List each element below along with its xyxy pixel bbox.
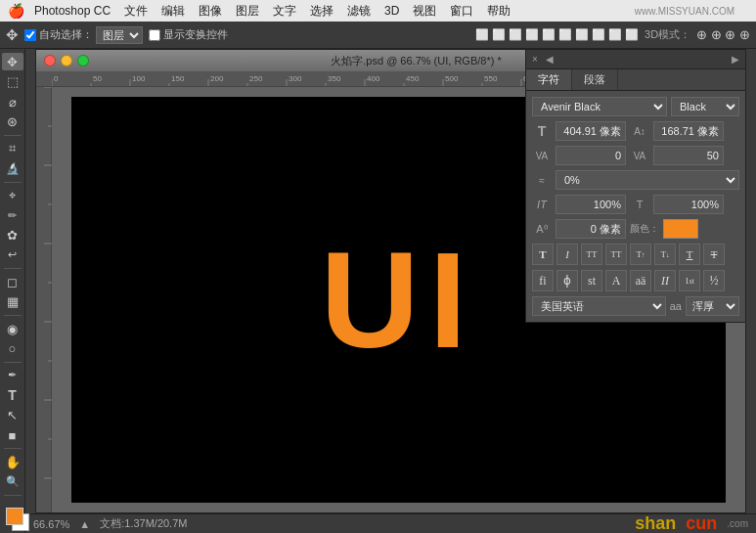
liga-phi[interactable]: ϕ — [556, 270, 578, 291]
v-scale-input[interactable] — [653, 195, 724, 214]
tool-type[interactable]: T — [2, 386, 23, 404]
menu-window[interactable]: 窗口 — [450, 3, 473, 20]
style-sub[interactable]: T↓ — [654, 244, 676, 265]
char-panel-header: × ◀ ▶ — [526, 50, 745, 69]
move-tool-icon[interactable]: ✥ — [6, 26, 19, 44]
tool-spot-heal[interactable]: ⌖ — [2, 186, 23, 203]
liga-fi[interactable]: fi — [532, 270, 554, 291]
auto-select-dropdown[interactable]: 图层 — [96, 26, 143, 44]
menu-layer[interactable]: 图层 — [236, 3, 259, 20]
show-transform-checkbox[interactable] — [149, 29, 160, 41]
smoothing-select[interactable]: 浑厚 — [686, 296, 739, 316]
mode-3d-label: 3D模式： — [645, 27, 690, 42]
tool-crop[interactable]: ⌗ — [2, 140, 23, 157]
leading-input[interactable] — [653, 121, 724, 141]
h-scale-input[interactable] — [556, 195, 626, 214]
minimize-button[interactable] — [61, 55, 72, 67]
language-row: 美国英语 aa 浑厚 — [532, 296, 739, 316]
tool-eyedropper[interactable]: 🔬 — [2, 159, 23, 177]
doc-size: 文档:1.37M/20.7M — [100, 516, 187, 531]
tool-zoom[interactable]: 🔍 — [2, 473, 23, 491]
liga-aa[interactable]: aä — [630, 270, 651, 291]
style-bold[interactable]: T — [532, 244, 554, 265]
svg-text:0: 0 — [36, 110, 37, 113]
font-family-select[interactable]: Avenir Black — [532, 97, 667, 116]
tool-hand[interactable]: ✋ — [2, 453, 23, 470]
menu-filter[interactable]: 滤镜 — [347, 3, 371, 20]
tool-shape[interactable]: ■ — [2, 426, 23, 444]
zoom-icon[interactable]: ▲ — [79, 518, 90, 530]
size-icon: T — [532, 123, 552, 139]
font-size-input[interactable] — [556, 121, 626, 141]
style-allcaps[interactable]: TT — [581, 244, 602, 265]
baseline-input[interactable] — [556, 219, 626, 239]
svg-text:50: 50 — [93, 74, 102, 83]
liga-a[interactable]: A — [605, 270, 627, 291]
panel-arrow-left[interactable]: ◀ — [546, 54, 554, 65]
color-swatch[interactable] — [663, 219, 698, 239]
language-select[interactable]: 美国英语 — [532, 296, 666, 316]
tool-move[interactable]: ✥ — [2, 53, 23, 70]
tool-pen[interactable]: ✒ — [2, 367, 23, 384]
menu-edit[interactable]: 编辑 — [161, 3, 185, 20]
tab-character[interactable]: 字符 — [526, 69, 572, 90]
menu-image[interactable]: 图像 — [199, 3, 222, 20]
show-transform-label: 显示变换控件 — [163, 27, 228, 42]
character-panel: × ◀ ▶ 字符 段落 Avenir Black — [525, 50, 745, 323]
tab-paragraph[interactable]: 段落 — [572, 69, 618, 90]
tool-clone[interactable]: ✿ — [2, 226, 23, 244]
apple-menu[interactable]: 🍎 — [8, 3, 24, 19]
liga-st[interactable]: st — [581, 270, 602, 291]
style-smallcaps[interactable]: TT — [605, 244, 627, 265]
tool-path-select[interactable]: ↖ — [2, 406, 23, 423]
style-super[interactable]: T↑ — [630, 244, 651, 265]
auto-select-label: 自动选择： — [39, 27, 93, 42]
char-panel-close[interactable]: × — [532, 54, 538, 65]
menu-select[interactable]: 选择 — [310, 3, 334, 20]
char-panel-body: Avenir Black Black T A↕ — [526, 91, 745, 322]
tool-quick-select[interactable]: ⊛ — [2, 112, 23, 130]
options-bar: ✥ 自动选择： 图层 显示变换控件 ⬜ ⬜ ⬜ ⬜ ⬜ ⬜ ⬜ ⬜ ⬜ ⬜ 3D… — [0, 22, 756, 49]
font-style-select[interactable]: Black — [671, 97, 739, 116]
menu-file[interactable]: 文件 — [124, 3, 148, 20]
foreground-color[interactable] — [6, 508, 23, 525]
leading-icon: A↕ — [630, 126, 649, 137]
liga-ordinal[interactable]: 1st — [679, 270, 700, 291]
tool-dodge[interactable]: ○ — [2, 339, 23, 357]
svg-text:200: 200 — [210, 74, 224, 83]
tools-panel: ✥ ⬚ ⌀ ⊛ ⌗ 🔬 ⌖ ✏ ✿ ↩ ◻ ▦ ◉ ○ ✒ T ↖ ■ ✋ 🔍 — [0, 49, 25, 533]
liga-roman[interactable]: II — [654, 270, 676, 291]
menu-help[interactable]: 帮助 — [487, 3, 511, 20]
svg-text:250: 250 — [249, 74, 263, 83]
maximize-button[interactable] — [77, 55, 89, 67]
scale-select[interactable]: 0% — [556, 170, 739, 190]
auto-select-checkbox[interactable] — [24, 29, 36, 41]
tracking-input[interactable] — [653, 146, 724, 165]
liga-fraction[interactable]: ½ — [703, 270, 725, 291]
menu-3d[interactable]: 3D — [384, 4, 399, 18]
ui-text: UI — [321, 221, 477, 379]
tool-gradient[interactable]: ▦ — [2, 293, 23, 311]
watermark-cn: shan — [635, 513, 676, 533]
main-layout: ✥ ⬚ ⌀ ⊛ ⌗ 🔬 ⌖ ✏ ✿ ↩ ◻ ▦ ◉ ○ ✒ T ↖ ■ ✋ 🔍 — [0, 49, 756, 533]
panel-arrow-right[interactable]: ▶ — [732, 54, 739, 65]
style-strikethrough[interactable]: T — [703, 244, 725, 265]
menu-type[interactable]: 文字 — [273, 3, 296, 20]
baseline-icon: A⁰ — [532, 223, 552, 236]
tool-marquee[interactable]: ⬚ — [2, 72, 23, 90]
tool-eraser[interactable]: ◻ — [2, 273, 23, 290]
3d-mode-icons[interactable]: ⊕ ⊕ ⊕ ⊕ — [696, 27, 750, 42]
close-button[interactable] — [44, 55, 56, 67]
tool-blur[interactable]: ◉ — [2, 320, 23, 337]
style-underline[interactable]: T — [679, 244, 700, 265]
h-scale-icon: IT — [532, 199, 552, 210]
scale-row: ≈ 0% — [532, 170, 739, 190]
tool-brush[interactable]: ✏ — [2, 206, 23, 224]
menu-photoshop[interactable]: Photoshop CC — [34, 4, 111, 18]
kerning-input[interactable] — [556, 146, 626, 165]
menu-view[interactable]: 视图 — [413, 3, 436, 20]
tool-lasso[interactable]: ⌀ — [2, 93, 23, 111]
style-italic[interactable]: I — [556, 244, 578, 265]
tool-history[interactable]: ↩ — [2, 246, 23, 264]
v-scale-icon: T — [630, 199, 649, 210]
